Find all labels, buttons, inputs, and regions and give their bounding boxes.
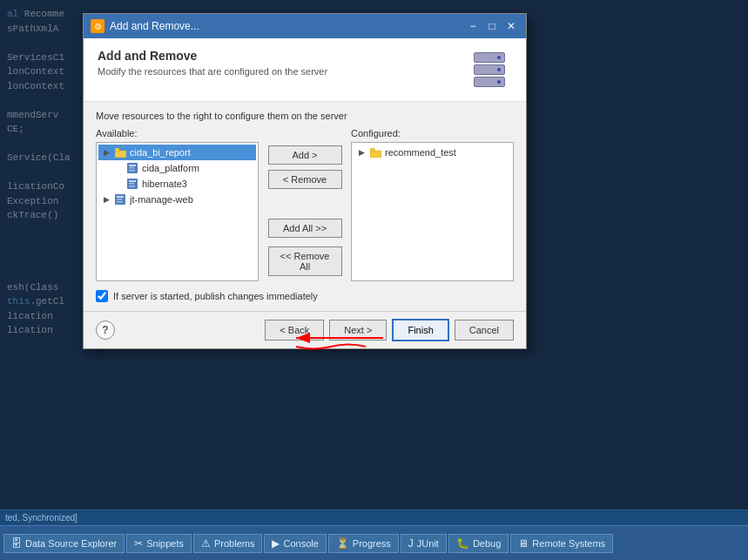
taskbar: 🗄Data Source Explorer✂Snippets⚠Problems▶…: [0, 525, 748, 560]
taskbar-item-label: Remote Systems: [532, 538, 605, 549]
folder-icon: [114, 146, 126, 159]
svg-rect-3: [129, 165, 136, 166]
minimize-button[interactable]: −: [465, 18, 481, 34]
project-icon: [114, 193, 126, 206]
dialog-header-icon: [470, 49, 512, 91]
taskbar-item-icon: 🐛: [456, 537, 469, 550]
configured-label: Configured:: [351, 128, 514, 138]
taskbar-item-icon: J: [408, 537, 414, 550]
list-item[interactable]: ▶ jt-manage-web: [98, 192, 256, 207]
dialog-body: Move resources to the right to configure…: [84, 102, 526, 311]
list-item[interactable]: cida_platform: [98, 160, 256, 176]
svg-rect-12: [117, 199, 122, 200]
server-icon-box-2: [474, 64, 505, 75]
taskbar-item-label: Snippets: [146, 538, 184, 549]
expander-icon: ▶: [357, 148, 366, 157]
add-all-button[interactable]: Add All >>: [268, 219, 342, 238]
list-item-label: jt-manage-web: [130, 194, 193, 205]
checkbox-label: If server is started, publish changes im…: [113, 291, 318, 301]
dialog-header-subtitle: Modify the resources that are configured…: [98, 66, 327, 77]
remove-button[interactable]: < Remove: [268, 170, 342, 189]
dialog-controls: − □ ✕: [465, 18, 519, 34]
back-button[interactable]: < Back: [265, 320, 324, 341]
available-label: Available:: [96, 128, 259, 138]
folder-icon: [369, 146, 381, 159]
expander-icon: ▶: [102, 148, 111, 157]
cancel-button[interactable]: Cancel: [455, 320, 514, 341]
svg-rect-8: [129, 183, 134, 185]
dialog-header-title: Add and Remove: [98, 49, 327, 63]
list-item-label: cida_platform: [142, 163, 199, 173]
svg-rect-4: [129, 167, 134, 169]
list-item-label: hibernate3: [142, 179, 187, 189]
taskbar-item-label: Console: [283, 538, 318, 549]
checkbox-area: If server is started, publish changes im…: [96, 290, 514, 302]
list-item-label: cida_bi_report: [130, 147, 191, 158]
server-icon-box-3: [474, 77, 505, 87]
taskbar-item[interactable]: ⚠Problems: [193, 534, 262, 553]
taskbar-item-label: Debug: [473, 538, 501, 549]
list-item[interactable]: ▶ cida_bi_report: [98, 145, 256, 160]
publish-checkbox[interactable]: [96, 290, 108, 302]
svg-rect-5: [129, 170, 135, 172]
taskbar-item-icon: 🗄: [11, 537, 22, 550]
close-button[interactable]: ✕: [503, 18, 519, 34]
add-button[interactable]: Add >: [268, 145, 342, 165]
expander-icon: ▶: [102, 195, 111, 204]
taskbar-item-icon: 🖥: [518, 537, 529, 550]
next-button[interactable]: Next >: [329, 320, 387, 341]
dialog-title-text: Add and Remove...: [110, 20, 465, 32]
taskbar-item-icon: ⏳: [336, 537, 349, 550]
configured-panel: Configured: ▶ recommend_test: [351, 128, 514, 281]
taskbar-item[interactable]: ▶Console: [264, 534, 326, 553]
dialog-footer: ? < Back Next > Finish Cancel: [84, 311, 526, 348]
svg-rect-13: [117, 201, 123, 203]
svg-rect-15: [370, 148, 374, 152]
help-button[interactable]: ?: [96, 320, 115, 340]
dialog-header: Add and Remove Modify the resources that…: [84, 38, 526, 102]
taskbar-item[interactable]: 🖥Remote Systems: [510, 534, 613, 553]
server-icon-box-1: [474, 52, 505, 63]
svg-rect-11: [117, 196, 124, 198]
project-icon: [126, 162, 138, 174]
list-item[interactable]: hibernate3: [98, 176, 256, 192]
taskbar-item-label: Data Source Explorer: [25, 538, 117, 549]
svg-rect-9: [129, 186, 135, 187]
taskbar-item-icon: ⚠: [201, 537, 211, 550]
dialog-title-icon: ⚙: [91, 19, 104, 33]
taskbar-item[interactable]: 🗄Data Source Explorer: [3, 534, 125, 553]
status-text: ted, Synchronized]: [5, 513, 77, 523]
svg-rect-7: [129, 180, 136, 182]
statusbar: ted, Synchronized]: [0, 509, 748, 525]
add-remove-dialog: ⚙ Add and Remove... − □ ✕ Add and Remove…: [83, 13, 527, 349]
remove-all-button[interactable]: << Remove All: [268, 246, 342, 276]
finish-button[interactable]: Finish: [392, 319, 448, 341]
project-icon: [126, 178, 138, 190]
taskbar-item[interactable]: 🐛Debug: [448, 534, 509, 553]
action-buttons: Add > < Remove Add All >> << Remove All: [266, 128, 344, 276]
taskbar-item-label: Problems: [214, 538, 254, 549]
svg-rect-1: [115, 148, 119, 152]
taskbar-item[interactable]: JJUnit: [401, 534, 447, 553]
list-item-label: recommend_test: [385, 147, 456, 158]
resources-area: Available: ▶ cida_bi_report: [96, 128, 514, 281]
server-icon: [474, 52, 509, 87]
dialog-instruction: Move resources to the right to configure…: [96, 111, 514, 121]
dialog-header-left: Add and Remove Modify the resources that…: [98, 49, 327, 77]
dialog-titlebar: ⚙ Add and Remove... − □ ✕: [84, 14, 526, 38]
configured-list[interactable]: ▶ recommend_test: [351, 142, 514, 281]
taskbar-item-icon: ▶: [272, 537, 280, 550]
available-panel: Available: ▶ cida_bi_report: [96, 128, 259, 281]
taskbar-item-label: JUnit: [417, 538, 439, 549]
taskbar-item[interactable]: ✂Snippets: [126, 534, 192, 553]
maximize-button[interactable]: □: [484, 18, 500, 34]
list-item[interactable]: ▶ recommend_test: [354, 145, 511, 160]
taskbar-item[interactable]: ⏳Progress: [328, 534, 399, 553]
taskbar-item-icon: ✂: [134, 537, 143, 550]
taskbar-item-label: Progress: [353, 538, 391, 549]
available-list[interactable]: ▶ cida_bi_report: [96, 142, 259, 281]
